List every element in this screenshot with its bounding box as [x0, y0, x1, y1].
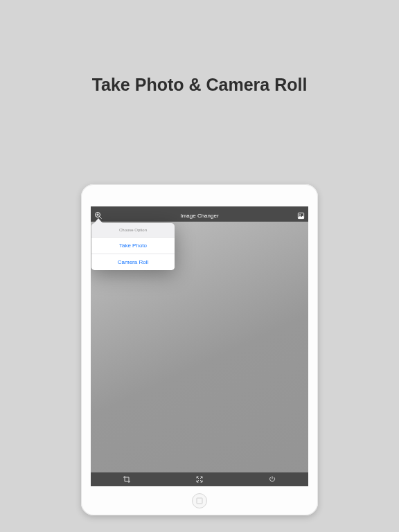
crop-icon [123, 475, 131, 484]
popover-label: Choose Option [91, 223, 175, 237]
plus-magnify-icon [94, 211, 103, 220]
take-photo-option[interactable]: Take Photo [91, 237, 175, 254]
expand-arrows-icon [195, 475, 204, 484]
svg-point-5 [299, 214, 301, 215]
app-header: Image Changer [91, 209, 308, 222]
device-frame: Image Changer Choose Option Take Photo C… [81, 184, 318, 515]
resize-button[interactable] [163, 472, 236, 486]
popover-body: Choose Option Take Photo Camera Roll [91, 223, 175, 270]
power-icon [268, 475, 276, 484]
save-button[interactable] [296, 211, 305, 220]
crop-button[interactable] [91, 472, 163, 486]
power-button[interactable] [236, 472, 308, 486]
screen: Image Changer Choose Option Take Photo C… [91, 206, 308, 486]
save-picture-icon [297, 212, 305, 220]
page-title: Take Photo & Camera Roll [0, 75, 399, 95]
header-title: Image Changer [91, 213, 308, 219]
app-footer [91, 472, 308, 486]
home-button[interactable] [192, 493, 207, 508]
choose-option-popover: Choose Option Take Photo Camera Roll [91, 223, 175, 270]
add-button[interactable] [94, 211, 103, 220]
svg-line-1 [100, 217, 102, 219]
camera-roll-option[interactable]: Camera Roll [91, 254, 175, 270]
